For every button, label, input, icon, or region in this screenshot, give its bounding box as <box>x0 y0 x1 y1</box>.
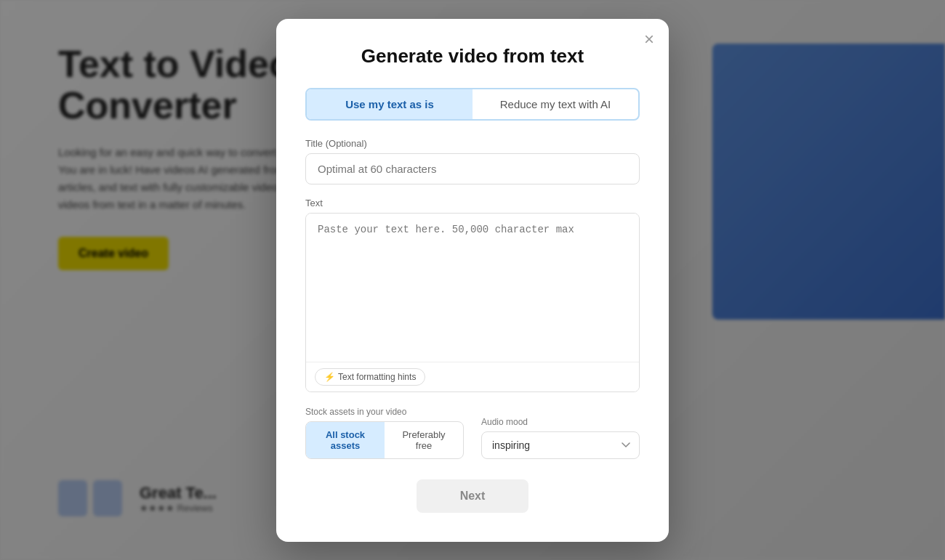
generate-video-modal: × Generate video from text Use my text a… <box>276 19 669 542</box>
tab-use-as-is[interactable]: Use my text as is <box>307 89 472 119</box>
title-input[interactable] <box>305 153 640 184</box>
lightning-icon: ⚡ <box>324 372 335 382</box>
text-field-label: Text <box>305 198 640 208</box>
stock-assets-group: Stock assets in your video All stock ass… <box>305 407 464 459</box>
audio-mood-select[interactable]: inspiring upbeat calm dramatic <box>481 431 640 459</box>
stock-assets-label: Stock assets in your video <box>305 407 464 417</box>
modal-overlay: × Generate video from text Use my text a… <box>0 0 945 560</box>
stock-free-button[interactable]: Preferably free <box>385 422 463 458</box>
audio-mood-label: Audio mood <box>481 417 640 427</box>
title-field-label: Title (Optional) <box>305 138 640 149</box>
close-icon: × <box>644 29 654 49</box>
next-button[interactable]: Next <box>417 479 529 513</box>
tab-group: Use my text as is Reduce my text with AI <box>305 88 640 121</box>
formatting-hints-label: Text formatting hints <box>338 372 416 382</box>
text-textarea[interactable] <box>306 214 639 359</box>
stock-all-button[interactable]: All stock assets <box>306 422 385 458</box>
tab-reduce-ai[interactable]: Reduce my text with AI <box>472 89 638 119</box>
textarea-footer: ⚡ Text formatting hints <box>306 362 639 391</box>
stock-toggle-group: All stock assets Preferably free <box>305 421 464 459</box>
modal-close-button[interactable]: × <box>644 31 654 48</box>
formatting-hints-button[interactable]: ⚡ Text formatting hints <box>315 368 425 386</box>
text-textarea-wrapper: ⚡ Text formatting hints <box>305 213 640 392</box>
audio-mood-group: Audio mood inspiring upbeat calm dramati… <box>481 417 640 459</box>
modal-title: Generate video from text <box>305 45 640 68</box>
options-row: Stock assets in your video All stock ass… <box>305 407 640 459</box>
